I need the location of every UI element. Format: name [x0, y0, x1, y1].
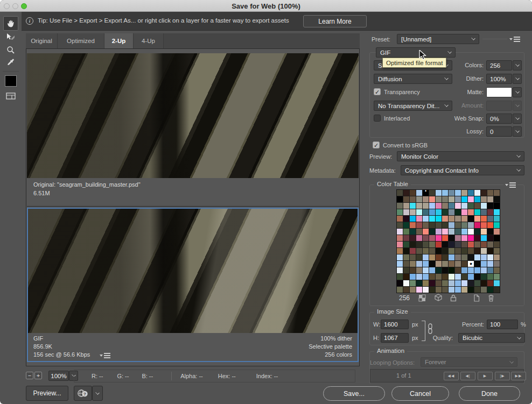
color-swatch[interactable] — [487, 261, 493, 267]
color-swatch[interactable] — [442, 287, 448, 293]
color-swatch[interactable] — [403, 216, 409, 222]
color-swatch[interactable] — [416, 280, 422, 286]
color-swatch[interactable] — [436, 229, 442, 235]
color-swatch[interactable] — [423, 196, 429, 202]
color-swatch[interactable] — [461, 203, 467, 209]
color-swatch[interactable] — [468, 274, 474, 280]
optimize-menu-icon[interactable] — [509, 36, 520, 42]
color-swatch[interactable] — [416, 261, 422, 267]
color-swatch[interactable] — [487, 209, 493, 215]
color-swatch[interactable] — [481, 190, 487, 196]
color-swatch[interactable] — [474, 235, 480, 241]
color-swatch[interactable] — [403, 209, 409, 215]
color-swatch[interactable] — [494, 196, 500, 202]
color-swatch[interactable] — [442, 242, 448, 247]
color-swatch[interactable] — [468, 222, 474, 228]
color-swatch[interactable] — [403, 261, 409, 267]
zoom-tool[interactable] — [4, 45, 18, 55]
color-swatch[interactable] — [468, 267, 474, 273]
color-swatch[interactable] — [461, 280, 467, 286]
preview-mode-dropdown[interactable]: Monitor Color — [397, 151, 524, 161]
color-swatch[interactable] — [481, 216, 487, 222]
color-swatch[interactable] — [423, 261, 429, 267]
color-swatch[interactable] — [423, 203, 429, 209]
color-swatch[interactable] — [449, 274, 454, 280]
color-swatch[interactable] — [481, 274, 487, 280]
hand-tool[interactable] — [3, 16, 18, 31]
color-swatch[interactable] — [436, 287, 442, 293]
cancel-button[interactable]: Cancel — [391, 386, 449, 401]
color-swatch[interactable] — [429, 274, 435, 280]
color-swatch[interactable] — [423, 267, 429, 273]
lossy-value[interactable]: 0 — [486, 126, 512, 137]
color-swatch[interactable] — [449, 261, 454, 267]
color-swatch[interactable] — [474, 248, 480, 254]
color-swatch[interactable] — [474, 216, 480, 222]
previous-frame-button[interactable]: ◀| — [460, 372, 475, 380]
matte-dropdown-button[interactable] — [513, 87, 522, 97]
color-swatch[interactable] — [410, 267, 416, 273]
color-swatch[interactable] — [487, 267, 493, 273]
color-swatch[interactable] — [487, 242, 493, 247]
color-swatch[interactable] — [455, 216, 461, 222]
color-swatch[interactable] — [410, 209, 416, 215]
color-swatch[interactable] — [410, 274, 416, 280]
color-swatch[interactable] — [429, 287, 435, 293]
color-swatch[interactable] — [481, 203, 487, 209]
color-swatch[interactable] — [481, 222, 487, 228]
color-swatch[interactable] — [416, 216, 422, 222]
color-swatch[interactable] — [494, 261, 500, 267]
first-frame-button[interactable]: ◀◀ — [444, 372, 459, 380]
color-swatch[interactable] — [449, 190, 454, 196]
color-swatch[interactable] — [410, 190, 416, 196]
color-swatch[interactable] — [468, 261, 474, 267]
color-swatch[interactable] — [436, 274, 442, 280]
color-swatch[interactable] — [449, 280, 454, 286]
color-swatch[interactable] — [397, 235, 403, 241]
color-swatch[interactable] — [487, 216, 493, 222]
color-swatch[interactable] — [494, 235, 500, 241]
color-swatch[interactable] — [468, 209, 474, 215]
color-swatch[interactable] — [494, 254, 500, 260]
color-swatch[interactable] — [442, 209, 448, 215]
color-swatch[interactable] — [449, 229, 454, 235]
color-swatch[interactable] — [397, 248, 403, 254]
color-swatch[interactable] — [455, 280, 461, 286]
color-swatch[interactable] — [397, 242, 403, 247]
color-swatch[interactable] — [429, 209, 435, 215]
color-swatch[interactable] — [397, 274, 403, 280]
color-swatch[interactable] — [410, 235, 416, 241]
color-swatch[interactable] — [429, 280, 435, 286]
color-swatch[interactable] — [442, 190, 448, 196]
eyedropper-tool[interactable] — [4, 57, 18, 68]
color-swatch[interactable] — [442, 235, 448, 241]
color-swatch[interactable] — [481, 209, 487, 215]
color-swatch[interactable] — [397, 190, 403, 196]
tab-2up[interactable]: 2-Up — [104, 33, 134, 48]
color-swatch[interactable] — [436, 235, 442, 241]
color-swatch[interactable] — [403, 222, 409, 228]
color-swatch[interactable] — [461, 254, 467, 260]
color-swatch[interactable] — [403, 254, 409, 260]
transparency-dither-dropdown[interactable]: No Transparency Dit... — [374, 101, 452, 111]
color-swatch[interactable] — [403, 267, 409, 273]
color-swatch[interactable] — [474, 196, 480, 202]
color-swatch[interactable] — [397, 209, 403, 215]
color-swatch[interactable] — [468, 280, 474, 286]
dither-method-dropdown[interactable]: Diffusion — [374, 74, 452, 84]
dither-value[interactable]: 100% — [486, 74, 512, 84]
color-swatch[interactable] — [494, 280, 500, 286]
color-swatch[interactable] — [429, 216, 435, 222]
color-swatch[interactable] — [416, 254, 422, 260]
color-swatch[interactable] — [429, 235, 435, 241]
color-swatch[interactable] — [494, 203, 500, 209]
colors-value[interactable]: 256 — [486, 60, 512, 70]
color-swatch[interactable] — [468, 242, 474, 247]
color-swatch[interactable] — [468, 190, 474, 196]
metadata-dropdown[interactable]: Copyright and Contact Info — [401, 165, 524, 175]
color-swatch[interactable] — [487, 203, 493, 209]
color-swatch[interactable] — [442, 280, 448, 286]
color-swatch[interactable] — [436, 196, 442, 202]
quality-dropdown[interactable]: Bicubic — [458, 333, 525, 343]
color-swatch[interactable] — [449, 203, 454, 209]
